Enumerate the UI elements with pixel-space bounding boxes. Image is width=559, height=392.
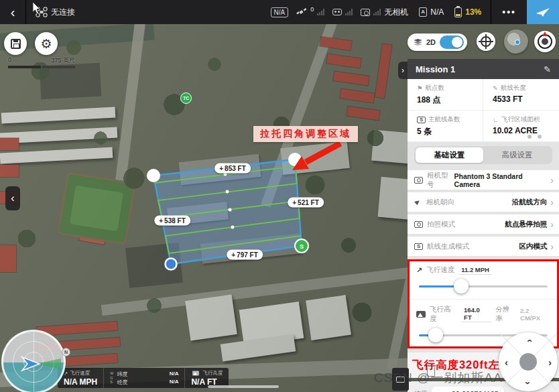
- rc-battery-value: N/A: [430, 7, 444, 17]
- speed-slider[interactable]: [419, 279, 548, 293]
- edge-length-label-right: +521 FT: [288, 198, 324, 208]
- chevron-right-icon: ›: [550, 241, 554, 252]
- map-scale: 0375 英尺: [8, 56, 75, 68]
- plus-icon: +: [159, 217, 163, 224]
- connection-status-label: 无连接: [51, 7, 75, 18]
- setting-camera-model[interactable]: 相机型号 Phantom 3 Standard Camera ›: [408, 170, 559, 190]
- map-mode-toggle-group: 2D: [408, 34, 467, 51]
- gear-icon: ⚙: [40, 38, 52, 50]
- locate-button[interactable]: [477, 32, 495, 51]
- gps-count: 0: [310, 6, 314, 13]
- svg-text:S: S: [300, 243, 304, 250]
- rc-battery-icon: [419, 7, 427, 17]
- mode-2d-toggle[interactable]: [440, 36, 464, 49]
- resolution-value: 2.2 CM/PX: [520, 307, 550, 322]
- scale-zero: 0: [8, 56, 11, 65]
- compass-icon: [538, 34, 552, 49]
- speed-icon: ↗: [416, 266, 422, 275]
- altitude-value: 164.0 FT: [461, 306, 491, 322]
- nudge-down-button[interactable]: ›: [523, 381, 534, 385]
- locate-crosshair-icon: [481, 36, 491, 47]
- map-settings-button[interactable]: ⚙: [35, 32, 58, 55]
- aircraft-arrow-icon: [22, 357, 40, 371]
- altitude-icon: [416, 311, 426, 318]
- mission-title: Mission 1: [416, 64, 455, 74]
- edit-mission-icon[interactable]: ✎: [544, 64, 551, 74]
- top-status-bar: ‹ 无连接 N/A 0 无相机 N/A 13%: [0, 0, 559, 24]
- stat-route-length: ✎航线长度 4533 FT: [483, 79, 559, 111]
- stat-area: ∟飞行区域面积 10.02 ACRE: [483, 111, 559, 142]
- scale-distance: 375 英尺: [51, 56, 75, 65]
- main-lines-icon: [417, 117, 426, 123]
- aircraft-battery-status: 13%: [454, 7, 481, 17]
- gps-signal-bars-icon: [317, 9, 324, 15]
- latitude-input[interactable]: [432, 387, 504, 392]
- nudge-up-button[interactable]: ›: [523, 339, 534, 342]
- telemetry-position: WGS 纬度N/A 经度N/A: [104, 368, 185, 388]
- setting-camera-heading[interactable]: 相机朝向 沿航线方向 ›: [408, 192, 559, 212]
- chevron-right-icon: ›: [401, 66, 404, 75]
- plus-icon: +: [292, 199, 296, 206]
- chevron-right-icon: ›: [550, 219, 554, 230]
- camera-signal: 无相机: [361, 7, 408, 18]
- annotation-label: 拉托四角调整区域: [253, 126, 358, 142]
- north-badge: N: [62, 348, 70, 356]
- more-menu-button[interactable]: •••: [491, 7, 527, 17]
- mission-header: Mission 1 ✎: [408, 59, 559, 79]
- camera-icon: [414, 177, 423, 184]
- chevron-right-icon: ›: [550, 197, 554, 208]
- stat-main-lines: 主航线条数 5 条: [408, 111, 483, 142]
- left-panel-collapse-button[interactable]: ‹: [5, 186, 20, 210]
- panel-collapse-button[interactable]: ›: [398, 62, 408, 79]
- altitude-slider-thumb[interactable]: [428, 328, 443, 342]
- wgs-label: WGS: [110, 370, 113, 386]
- camera-status-label: 无相机: [384, 7, 408, 18]
- attitude-compass-widget: [1, 330, 66, 392]
- satellite-icon: [296, 7, 307, 17]
- tab-advanced-settings[interactable]: 高级设置: [483, 147, 551, 163]
- compass-reset-button[interactable]: [534, 31, 556, 52]
- waypoint-dot: [231, 226, 235, 229]
- mission-panel: › Mission 1 ✎ ⚑航点数 188 点 ✎航线长度 4533 FT 主…: [408, 59, 559, 365]
- tab-basic-settings[interactable]: 基础设置: [416, 147, 483, 163]
- layers-icon: [414, 39, 422, 46]
- home-indicator-bar[interactable]: [208, 385, 279, 388]
- nudge-center-button[interactable]: [519, 353, 537, 371]
- nudge-right-button[interactable]: ›: [548, 356, 552, 368]
- rc-signal: [332, 9, 353, 15]
- setting-route-mode[interactable]: 航线生成模式 区内模式 ›: [408, 237, 559, 256]
- back-button[interactable]: ‹: [0, 5, 25, 20]
- scale-bar: [8, 66, 75, 68]
- battery-percent: 13%: [465, 7, 481, 17]
- telemetry-bar: ↗飞行速度 N/A MPH WGS 纬度N/A 经度N/A 飞行高度 N/A F…: [58, 368, 229, 388]
- heading-icon: [414, 198, 422, 206]
- minimap-button[interactable]: [504, 29, 528, 54]
- stat-waypoints: ⚑航点数 188 点: [408, 79, 483, 111]
- plus-icon: +: [231, 251, 235, 259]
- tc-marker: TC: [180, 92, 192, 104]
- corner-handle-top-left[interactable]: [147, 169, 160, 182]
- start-point-marker[interactable]: S: [295, 239, 308, 253]
- waypoint-icon: ⚑: [417, 84, 423, 92]
- speed-value: 11.2 MPH: [458, 266, 492, 275]
- speed-slider-thumb[interactable]: [454, 279, 469, 293]
- altitude-icon: [193, 371, 200, 376]
- setting-photo-mode[interactable]: 拍照模式 航点悬停拍照 ›: [408, 214, 559, 234]
- stats-page-dots[interactable]: [527, 135, 542, 139]
- telemetry-speed: ↗飞行速度 N/A MPH: [58, 368, 104, 388]
- camera-signal-bars-icon: [373, 9, 381, 15]
- position-nudge-dpad[interactable]: › › › ›: [499, 332, 558, 391]
- rc-battery-status: N/A: [419, 7, 444, 17]
- edge-length-label-bottom: +797 FT: [227, 250, 263, 260]
- save-mission-button[interactable]: [4, 32, 27, 55]
- plus-icon: +: [219, 165, 223, 172]
- mission-area-polygon[interactable]: [153, 159, 302, 264]
- remote-controller-icon: [332, 9, 342, 15]
- gps-status: 0: [296, 7, 324, 17]
- takeoff-button[interactable]: [527, 0, 559, 24]
- nudge-left-button[interactable]: ›: [505, 356, 508, 368]
- mission-stats: ⚑航点数 188 点 ✎航线长度 4533 FT 主航线条数 5 条 ∟飞行区域…: [408, 79, 559, 142]
- battery-icon: [454, 7, 462, 17]
- corner-handle-bottom-left[interactable]: [166, 259, 177, 270]
- mouse-cursor-icon: [32, 2, 42, 15]
